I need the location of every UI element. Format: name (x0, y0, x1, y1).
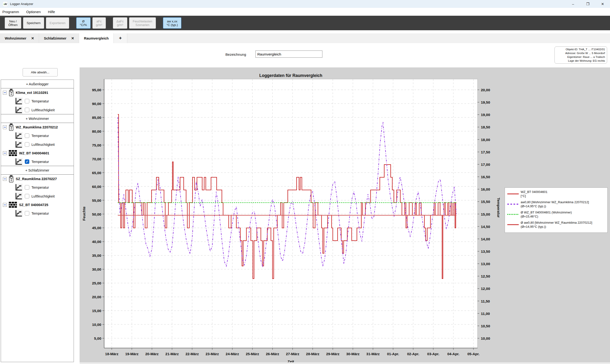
legend-line-swatch (507, 200, 521, 208)
object-info-line: Lage der Wohnung: EG rechts (557, 59, 605, 63)
channel-checkbox[interactable] (25, 133, 29, 138)
group-header-schlafzimmer[interactable]: + Schlafzimmer (1, 166, 74, 175)
chart-icon (14, 97, 23, 105)
channel-row: Luftfeuchtigkeit (1, 140, 74, 149)
x-tick-label: 22-März (185, 352, 199, 356)
left-tick-label: 70,00 (92, 157, 101, 161)
x-tick-label: 04-Apr. (447, 352, 459, 356)
channel-checkbox[interactable]: ✓ (25, 159, 29, 164)
right-tick-label: 14,00 (481, 237, 490, 241)
left-tick-label: 35,00 (92, 253, 101, 258)
right-tick-label: 14,50 (481, 225, 490, 229)
x-axis-label: Zeit (288, 360, 294, 362)
channel-checkbox[interactable] (25, 194, 29, 198)
group-header-wohnzimmer[interactable]: + Wohnzimmer (1, 114, 74, 123)
app-window: iAI Logger Analyzer – ❐ ✕ ProgrammOption… (0, 0, 610, 364)
toolbar: Neu / ÖffnenSpeichernExportierenØ °C/%aF… (0, 16, 610, 30)
plot-background (104, 79, 478, 348)
chart-legend: WZ_BT 040004601[°C]aw0,80 [Wohnzimmer WZ… (505, 187, 608, 233)
left-tick-label: 10,00 (92, 323, 101, 327)
menu-item-optionen[interactable]: Optionen (23, 8, 44, 16)
right-tick-label: 15,50 (481, 200, 490, 204)
chart-icon (14, 158, 23, 165)
collapse-toggle-icon[interactable] (3, 151, 7, 155)
legend-entry: aw0,80 [Wohnzimmer WZ_Raumklima 22070212… (507, 200, 605, 208)
chart-icon (14, 106, 23, 114)
right-tick-label: 15,00 (481, 212, 490, 216)
menu-item-programm[interactable]: Programm (0, 8, 23, 16)
tab-label: Raumvergleich (84, 37, 109, 40)
left-tick-label: 20,00 (92, 295, 101, 299)
chart-icon (14, 141, 23, 148)
left-tick-label: 80,00 (92, 129, 101, 133)
logger-row: SZ_Raumklima 22070227 (1, 175, 74, 183)
x-tick-label: 01-Apr. (387, 352, 399, 356)
logger-name: SZ_BT 040004725 (19, 203, 48, 207)
group-header-außenlogger[interactable]: + Außenlogger (1, 79, 74, 88)
usb-logger-icon (9, 175, 14, 182)
add-tab-button[interactable]: + (114, 33, 127, 43)
save-button[interactable]: Speichern (23, 17, 44, 29)
avg-celsius-percent-button[interactable]: Ø °C/% (76, 17, 91, 29)
x-tick-label: 30-März (346, 352, 360, 356)
x-tick-label: 23-März (206, 352, 219, 356)
right-tick-label: 16,00 (481, 187, 490, 191)
channel-row: ✓Temperatur (1, 157, 74, 166)
right-tick-label: 12,50 (481, 274, 490, 278)
channel-row: Temperatur (1, 97, 74, 105)
collapse-toggle-icon[interactable] (3, 91, 7, 95)
tab-schlafzimmer[interactable]: Schlafzimmer✕ (39, 33, 79, 43)
legend-line-swatch (507, 211, 521, 219)
channel-checkbox[interactable] (25, 211, 29, 216)
window-title: Logger Analyzer (10, 2, 33, 6)
legend-line2: [°C] (521, 194, 547, 198)
legend-line2: (Ø=15,46°C) (521, 215, 572, 219)
x-tick-label: 19-März (125, 352, 138, 356)
tab-wohnzimmer[interactable]: Wohnzimmer✕ (0, 33, 39, 43)
close-icon[interactable]: ✕ (595, 0, 610, 8)
right-axis-label: Temperatur (497, 197, 501, 218)
x-tick-label: 27-März (286, 352, 299, 356)
legend-entry: Ø aw0,80 [Wohnzimmer WZ_Raumklima 220702… (507, 221, 605, 229)
right-tick-label: 10,00 (481, 336, 490, 340)
x-tick-label: 21-März (165, 352, 179, 356)
channel-checkbox[interactable] (25, 99, 29, 104)
tab-raumvergleich[interactable]: Raumvergleich (79, 33, 114, 43)
minimize-icon[interactable]: – (566, 0, 581, 8)
bezeichnung-input[interactable] (255, 51, 322, 58)
moisture-scenarios-button: Feuchtelasten Szenarien (129, 17, 156, 29)
afc-button: aFc g/m³ (92, 17, 106, 29)
channel-label: Luftfeuchtigkeit (31, 143, 55, 146)
left-tick-label: 90,00 (92, 102, 101, 106)
legend-line-swatch (507, 190, 521, 198)
right-tick-label: 20,00 (481, 88, 490, 92)
new-open-button[interactable]: Neu / Öffnen (5, 17, 21, 29)
left-axis-label: Feuchte (82, 206, 86, 221)
brick-wall-logger-icon (9, 202, 17, 208)
menu-item-hilfe[interactable]: Hilfe (44, 8, 59, 16)
deselect-all-button[interactable]: Alle abwäh... (23, 68, 58, 77)
tab-label: Schlafzimmer (44, 37, 66, 40)
legend-line1: WZ_BT 040004601 (521, 190, 547, 194)
tab-close-icon[interactable]: ✕ (71, 36, 74, 40)
right-tick-label: 19,00 (481, 113, 490, 117)
brick-wall-logger-icon (9, 150, 17, 156)
legend-line2: (Ø=14,95°C (typ.)) (521, 204, 589, 208)
collapse-toggle-icon[interactable] (3, 203, 7, 207)
right-tick-label: 17,50 (481, 150, 490, 154)
right-tick-label: 13,00 (481, 262, 490, 266)
channel-checkbox[interactable] (25, 185, 29, 190)
collapse-toggle-icon[interactable] (3, 177, 7, 181)
channel-label: Temperatur (31, 160, 49, 164)
logger-name: WZ_Raumklima 22070212 (16, 125, 58, 129)
collapse-toggle-icon[interactable] (3, 125, 7, 129)
aw-typ-button[interactable]: aw x,xx °C (typ.) (163, 17, 182, 29)
left-tick-label: 30,00 (92, 267, 101, 271)
channel-checkbox[interactable] (25, 142, 29, 147)
x-tick-label: 25-März (246, 352, 259, 356)
right-tick-label: 11,50 (481, 299, 490, 303)
channel-label: Temperatur (31, 134, 49, 138)
maximize-restore-icon[interactable]: ❐ (581, 0, 595, 8)
channel-checkbox[interactable] (25, 108, 29, 112)
tab-close-icon[interactable]: ✕ (31, 36, 34, 40)
